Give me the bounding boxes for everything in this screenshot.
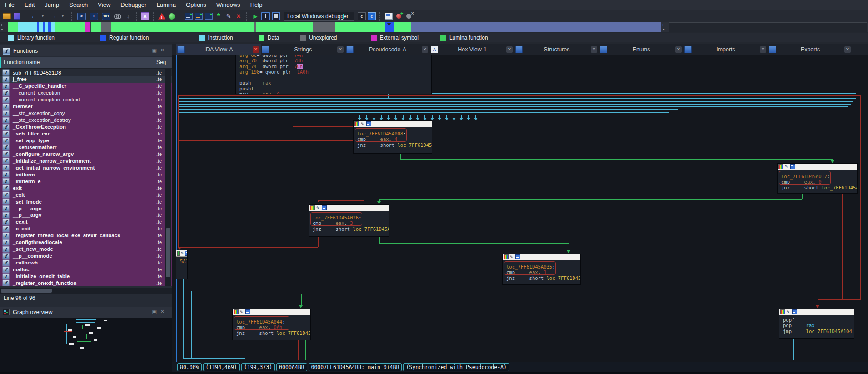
menu-jump[interactable]: Jump xyxy=(40,0,64,10)
tab-close-icon[interactable]: ✕ xyxy=(675,46,682,53)
tab-close-icon[interactable]: ✕ xyxy=(844,46,851,53)
function-row[interactable]: f_callnewh.te xyxy=(0,259,172,266)
function-row[interactable]: fsub_7FF61D4521D8.te xyxy=(0,69,172,76)
graph-node-entry-block[interactable]: arg_6C= dword ptr 74harg_70= dword ptr 7… xyxy=(235,55,432,94)
navband-scroll-right-icons[interactable]: ▸◂ xyxy=(663,23,668,32)
tab-close-icon[interactable]: ✕ xyxy=(591,46,597,53)
functions-column-header[interactable]: Function name Seg xyxy=(0,57,172,69)
function-row[interactable]: fmemset.te xyxy=(0,103,172,110)
start-process-icon[interactable]: ▶ xyxy=(251,12,259,21)
function-row[interactable]: f_set_fmode.te xyxy=(0,198,172,205)
menu-help[interactable]: Help xyxy=(245,0,268,10)
function-row[interactable]: fexit.te xyxy=(0,185,172,191)
node-group-icon[interactable] xyxy=(245,309,250,314)
graph-node-loc_7FF61D45A026[interactable]: ✎loc_7FF61D45A026:cmp eax, 3jnz short lo… xyxy=(309,204,389,237)
function-row[interactable]: f__current_exception_context.te xyxy=(0,96,172,103)
function-row[interactable]: f__p___argv.te xyxy=(0,212,172,219)
forward-dropdown-icon[interactable]: ▾ xyxy=(60,12,68,21)
function-row[interactable]: f_register_thread_local_exe_atexit_callb… xyxy=(0,232,172,239)
node-color-icon[interactable] xyxy=(780,309,785,314)
attach-process-icon[interactable]: c xyxy=(358,12,366,21)
scrollbar-thumb[interactable] xyxy=(1,289,52,293)
node-edit-icon[interactable]: ✎ xyxy=(240,310,244,314)
function-row[interactable]: f_get_initial_narrow_environment.te xyxy=(0,164,172,171)
colors-icon[interactable]: A xyxy=(141,12,149,21)
menu-lumina[interactable]: Lumina xyxy=(151,0,181,10)
tab-close-icon[interactable]: ✕ xyxy=(506,46,513,53)
function-row[interactable]: f__C_specific_handler.te xyxy=(0,83,172,90)
function-row[interactable]: f_initterm.te xyxy=(0,171,172,178)
scrollbar-thumb[interactable] xyxy=(166,228,170,277)
column-function-name[interactable]: Function name xyxy=(4,59,40,65)
functions-horizontal-scrollbar[interactable] xyxy=(0,288,172,294)
function-row[interactable]: f_initterm_e.te xyxy=(0,178,172,185)
search-text-icon[interactable]: T xyxy=(89,12,99,21)
function-row[interactable]: f_initialize_onexit_table.te xyxy=(0,273,172,280)
node-group-icon[interactable] xyxy=(792,309,797,314)
undefine-icon[interactable]: × xyxy=(234,12,243,21)
graph-node-loc_7FF61D45A035[interactable]: ✎loc_7FF61D45A035:cmp eax, 1jnz short lo… xyxy=(502,254,581,285)
node-group-icon[interactable] xyxy=(185,251,187,256)
menu-file[interactable]: File xyxy=(0,0,20,10)
problems-icon[interactable]: ! xyxy=(158,12,166,21)
functions-vertical-scrollbar[interactable] xyxy=(165,69,171,286)
node-group-icon[interactable] xyxy=(790,164,795,169)
tab-close-icon[interactable]: ✕ xyxy=(337,46,344,53)
create-data-icon[interactable]: + xyxy=(195,12,203,21)
debugger-selector[interactable]: Local Windows debugger xyxy=(284,12,354,21)
function-row[interactable]: f__std_exception_destroy.te xyxy=(0,117,172,124)
tab-strings[interactable]: Strings✕ xyxy=(261,44,345,55)
tab-hex-view-1[interactable]: AHex View-1✕ xyxy=(430,44,514,55)
menu-options[interactable]: Options xyxy=(181,0,211,10)
breakpoint-list-icon[interactable] xyxy=(384,12,393,21)
create-string-icon[interactable]: + xyxy=(205,12,213,21)
dock-icon[interactable]: ▣ xyxy=(152,47,160,53)
function-row[interactable]: f__setusermatherr.te xyxy=(0,144,172,150)
create-code-icon[interactable]: + xyxy=(185,12,193,21)
save-icon[interactable] xyxy=(13,12,21,21)
search-sequence-icon[interactable]: # xyxy=(76,12,87,21)
graph-overview-minimap[interactable] xyxy=(0,318,172,374)
node-color-icon[interactable] xyxy=(778,164,783,169)
create-struct-icon[interactable]: * xyxy=(215,12,223,21)
node-edit-icon[interactable]: ✎ xyxy=(787,310,791,314)
tab-close-icon[interactable]: ✕ xyxy=(422,46,428,53)
function-row[interactable]: f_exit.te xyxy=(0,191,172,198)
node-group-icon[interactable] xyxy=(366,121,371,126)
navigation-band[interactable] xyxy=(8,22,661,32)
function-row[interactable]: f__std_exception_copy.te xyxy=(0,110,172,117)
function-row[interactable]: f__p__commode.te xyxy=(0,253,172,259)
node-title-bar[interactable]: ✎ xyxy=(176,250,187,257)
column-segment[interactable]: Seg xyxy=(156,59,166,65)
node-color-icon[interactable] xyxy=(177,251,180,256)
node-color-icon[interactable] xyxy=(354,121,359,126)
function-row[interactable]: f_initialize_narrow_environment.te xyxy=(0,157,172,164)
function-row[interactable]: fj_free.te xyxy=(0,76,172,83)
tab-ida-view-a[interactable]: IDA View-A✕ xyxy=(176,44,261,55)
node-edit-icon[interactable]: ✎ xyxy=(181,251,184,255)
graph-node-loc_7FF61D45A008[interactable]: ✎loc_7FF61D45A008:cmp eax, 4jnz short lo… xyxy=(353,120,432,154)
tab-structures[interactable]: Structures✕ xyxy=(514,44,599,55)
pause-process-icon[interactable] xyxy=(261,12,270,21)
search-immediate-icon[interactable]: 101 xyxy=(101,12,111,21)
graph-view-canvas[interactable]: arg_6C= dword ptr 74harg_70= dword ptr 7… xyxy=(172,55,868,362)
back-icon[interactable]: ← xyxy=(30,12,38,21)
menu-windows[interactable]: Windows xyxy=(211,0,245,10)
node-color-icon[interactable] xyxy=(234,309,239,314)
navband-scroll-left-icons[interactable]: ▸▸ xyxy=(1,23,7,32)
function-row[interactable]: f_cexit.te xyxy=(0,219,172,225)
node-group-icon[interactable] xyxy=(322,205,327,210)
menu-search[interactable]: Search xyxy=(64,0,93,10)
node-color-icon[interactable] xyxy=(310,205,315,210)
graph-overview-titlebar[interactable]: Graph overview ▣✕ xyxy=(0,307,172,318)
function-row[interactable]: f_set_new_mode.te xyxy=(0,246,172,253)
function-row[interactable]: f_CxxThrowException.te xyxy=(0,124,172,130)
menu-debugger[interactable]: Debugger xyxy=(115,0,151,10)
node-title-bar[interactable]: ✎ xyxy=(778,164,857,170)
stop-process-icon[interactable] xyxy=(272,12,280,21)
function-row[interactable]: f_set_app_type.te xyxy=(0,137,172,144)
tab-close-icon[interactable]: ✕ xyxy=(253,46,259,53)
node-edit-icon[interactable]: ✎ xyxy=(510,255,514,259)
function-row[interactable]: f__p___argc.te xyxy=(0,205,172,212)
jump-address-icon[interactable]: ↓ xyxy=(124,12,132,21)
